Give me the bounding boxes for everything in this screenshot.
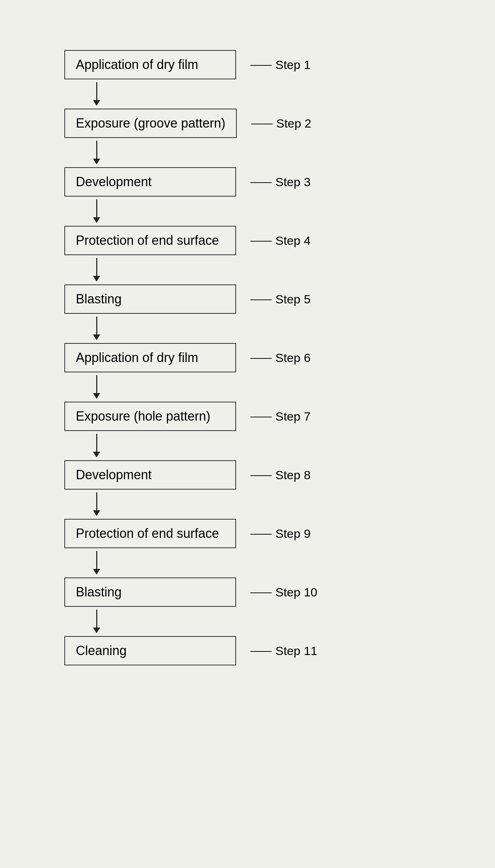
arrow-head bbox=[93, 100, 100, 106]
page: Application of dry filmStep 1Exposure (g… bbox=[0, 0, 495, 868]
arrow-line bbox=[96, 82, 97, 100]
step-label-1: Step 1 bbox=[250, 58, 310, 72]
arrow bbox=[93, 314, 100, 343]
arrow-line bbox=[96, 258, 97, 276]
arrow bbox=[93, 431, 100, 460]
step-row: CleaningStep 11 bbox=[64, 636, 317, 665]
step-box-8: Development bbox=[64, 460, 236, 490]
step-box-3: Development bbox=[64, 167, 236, 197]
step-row: Exposure (groove pattern)Step 2 bbox=[64, 109, 312, 138]
arrow-line bbox=[96, 492, 97, 510]
arrow bbox=[93, 607, 100, 636]
arrow-line bbox=[96, 199, 97, 217]
arrow-head bbox=[93, 334, 100, 340]
arrow-head bbox=[93, 217, 100, 223]
arrow bbox=[93, 197, 100, 226]
step-box-2: Exposure (groove pattern) bbox=[64, 109, 237, 138]
step-box-7: Exposure (hole pattern) bbox=[64, 402, 236, 431]
arrow-head bbox=[93, 276, 100, 282]
step-label-11: Step 11 bbox=[250, 644, 317, 658]
arrow-head bbox=[93, 510, 100, 516]
arrow bbox=[93, 490, 100, 519]
step-label-8: Step 8 bbox=[250, 468, 310, 482]
arrow-head bbox=[93, 628, 100, 633]
step-row: DevelopmentStep 8 bbox=[64, 460, 310, 490]
arrow-head bbox=[93, 159, 100, 164]
step-label-3: Step 3 bbox=[250, 175, 310, 189]
step-box-11: Cleaning bbox=[64, 636, 236, 665]
arrow-line bbox=[96, 141, 97, 159]
arrow bbox=[93, 138, 100, 167]
step-label-9: Step 9 bbox=[250, 527, 310, 541]
arrow-line bbox=[96, 375, 97, 393]
step-box-5: Blasting bbox=[64, 284, 236, 314]
arrow bbox=[93, 548, 100, 577]
step-box-9: Protection of end surface bbox=[64, 519, 236, 548]
arrow-line bbox=[96, 610, 97, 628]
arrow-head bbox=[93, 569, 100, 575]
flowchart: Application of dry filmStep 1Exposure (g… bbox=[64, 50, 466, 665]
step-label-10: Step 10 bbox=[250, 585, 317, 599]
step-row: Application of dry filmStep 1 bbox=[64, 50, 310, 79]
step-label-6: Step 6 bbox=[250, 351, 310, 365]
step-row: Application of dry filmStep 6 bbox=[64, 343, 310, 372]
arrow-head bbox=[93, 393, 100, 399]
arrow-line bbox=[96, 434, 97, 452]
arrow-head bbox=[93, 452, 100, 457]
step-label-5: Step 5 bbox=[250, 292, 310, 306]
step-label-2: Step 2 bbox=[251, 116, 311, 130]
step-box-6: Application of dry film bbox=[64, 343, 236, 372]
step-row: BlastingStep 5 bbox=[64, 284, 310, 314]
step-box-10: Blasting bbox=[64, 577, 236, 607]
step-label-4: Step 4 bbox=[250, 234, 310, 248]
step-row: Protection of end surfaceStep 9 bbox=[64, 519, 310, 548]
arrow-line bbox=[96, 551, 97, 569]
step-label-7: Step 7 bbox=[250, 410, 310, 423]
step-row: DevelopmentStep 3 bbox=[64, 167, 310, 197]
arrow bbox=[93, 255, 100, 284]
arrow bbox=[93, 372, 100, 402]
arrow bbox=[93, 79, 100, 109]
step-row: Exposure (hole pattern)Step 7 bbox=[64, 402, 310, 431]
step-box-1: Application of dry film bbox=[64, 50, 236, 79]
step-box-4: Protection of end surface bbox=[64, 226, 236, 255]
step-row: BlastingStep 10 bbox=[64, 577, 317, 607]
arrow-line bbox=[96, 317, 97, 334]
step-row: Protection of end surfaceStep 4 bbox=[64, 226, 310, 255]
